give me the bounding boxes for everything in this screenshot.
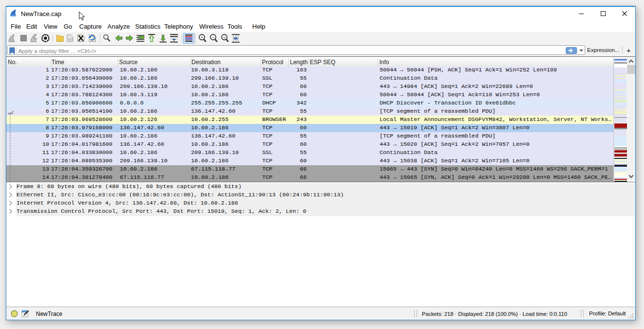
svg-text:=: = bbox=[223, 35, 226, 40]
svg-text:+: + bbox=[201, 35, 203, 40]
svg-text:−: − bbox=[212, 35, 214, 40]
svg-text:010: 010 bbox=[68, 38, 73, 41]
